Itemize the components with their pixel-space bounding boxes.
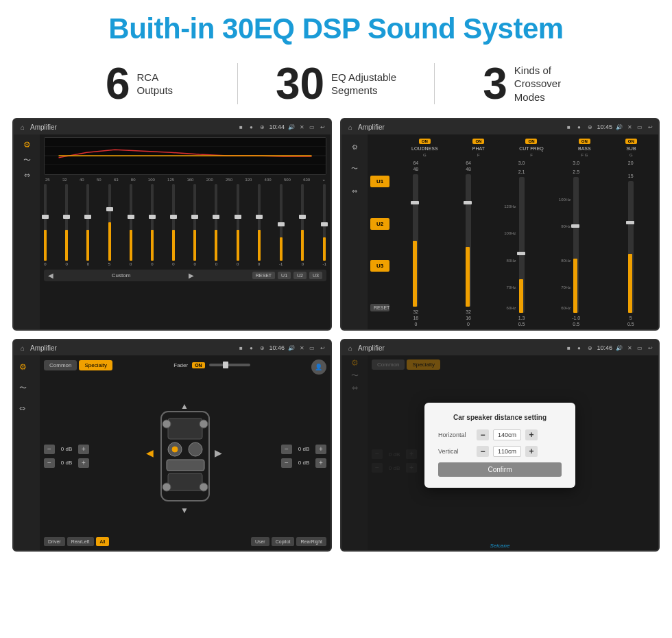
topbar-time-speaker: 10:46 [269, 344, 285, 351]
eq-slider-12[interactable]: 0 [301, 184, 304, 266]
right-top-db: − 0 dB + [281, 445, 326, 454]
vertical-minus[interactable]: − [477, 446, 489, 457]
user-btn[interactable]: User [251, 537, 269, 546]
tab-common[interactable]: Common [44, 360, 77, 370]
eq-slider-10[interactable]: 0 [258, 184, 261, 266]
right-top-plus[interactable]: + [315, 445, 326, 454]
cutfreq-slider[interactable]: 120Hz 100Hz 80Hz 70Hz 60Hz [519, 177, 525, 313]
close-icon-3: ✕ [298, 345, 306, 351]
vertical-value: 110cm [493, 446, 521, 457]
loudness-ch: 64 48 32 16 0 [413, 161, 418, 327]
eq-next-btn[interactable]: ▶ [189, 272, 194, 279]
topbar-time-crossover: 10:45 [597, 123, 612, 130]
eq-sidebar: ⚙ 〜 ⇔ [14, 134, 40, 329]
eq-slider-0[interactable]: 0 [44, 184, 47, 266]
loudness-toggle[interactable]: ON [419, 139, 431, 144]
eq-slider-9[interactable]: 0 [237, 184, 239, 266]
home-icon-4[interactable]: ⌂ [346, 343, 355, 353]
eq-preset-btns: RESET U1 U2 U3 [252, 272, 322, 279]
watermark: Seicane [490, 543, 510, 549]
u3-label-btn[interactable]: U3 [370, 260, 389, 272]
home-icon-2[interactable]: ⌂ [346, 122, 355, 132]
arr-sidebar-icon[interactable]: ⇔ [343, 181, 366, 200]
rearright-btn[interactable]: RearRight [296, 537, 326, 546]
horizontal-plus[interactable]: + [525, 429, 538, 440]
eq-slider-4[interactable]: 0 [130, 184, 132, 266]
home-icon[interactable]: ⌂ [18, 122, 27, 132]
dialog-title: Car speaker distance setting [438, 414, 562, 421]
vertical-plus[interactable]: + [525, 446, 538, 457]
stats-row: 6 RCAOutputs 30 EQ AdjustableSegments 3 … [0, 52, 672, 118]
loudness-slider[interactable] [413, 174, 418, 307]
window-icon: ▭ [308, 124, 316, 130]
dot-icon-3: ● [247, 345, 255, 351]
eq-u2-btn[interactable]: U2 [293, 272, 307, 279]
driver-btn[interactable]: Driver [44, 537, 65, 546]
avatar-btn[interactable]: 👤 [311, 359, 326, 375]
eq-slider-2[interactable]: 0 [86, 184, 89, 266]
phat-slider[interactable] [466, 174, 471, 307]
stat-eq-number: 30 [276, 62, 324, 106]
arrows-icon[interactable]: ⇔ [24, 171, 30, 180]
horizontal-minus[interactable]: − [477, 429, 489, 440]
speaker-bottom-btns: Driver RearLeft All User Copilot RearRig… [44, 537, 326, 546]
eq-slider-13[interactable]: -1 [323, 184, 326, 266]
left-bot-minus[interactable]: − [44, 458, 55, 468]
right-bot-minus[interactable]: − [281, 458, 292, 468]
freq-100: 100 [148, 178, 155, 182]
stat-rca-number: 6 [106, 62, 130, 106]
all-btn[interactable]: All [96, 537, 110, 546]
record-icon-2: ■ [564, 124, 573, 130]
home-icon-3[interactable]: ⌂ [18, 343, 27, 353]
eq-reset-btn[interactable]: RESET [252, 272, 275, 279]
svg-text:▶: ▶ [215, 447, 222, 458]
left-top-minus[interactable]: − [44, 445, 55, 454]
phat-toggle[interactable]: ON [472, 139, 484, 144]
freq-32: 32 [62, 178, 67, 182]
left-bot-plus[interactable]: + [78, 458, 89, 468]
sub-slider[interactable] [628, 181, 634, 313]
eq-sidebar-icon-2[interactable]: ⚙ [15, 358, 38, 376]
loudness-label: LOUDNESS [411, 146, 438, 151]
eq-slider-6[interactable]: 0 [172, 184, 175, 266]
eq-slider-5[interactable]: 0 [151, 184, 154, 266]
eq-sidebar-icon[interactable]: ⚙ [343, 137, 366, 156]
eq-slider-7[interactable]: 0 [193, 184, 196, 266]
crossover-reset-btn[interactable]: RESET [370, 304, 389, 311]
window-icon-3: ▭ [308, 345, 316, 351]
eq-u1-btn[interactable]: U1 [278, 272, 291, 279]
screen-speaker: ⌂ Amplifier ■ ● ⊕ 10:46 🔊 ✕ ▭ ↩ ⚙ 〜 [12, 339, 332, 552]
topbar-title-crossover: Amplifier [358, 123, 562, 131]
tab-specialty[interactable]: Specialty [79, 360, 112, 370]
rearleft-btn[interactable]: RearLeft [67, 537, 94, 546]
topbar-time-eq: 10:44 [269, 123, 285, 130]
wave-sidebar-icon-2[interactable]: 〜 [15, 379, 38, 397]
expand-icon[interactable]: » [322, 178, 324, 182]
wave-icon[interactable]: 〜 [23, 155, 31, 165]
eq-slider-3[interactable]: 5 [108, 184, 111, 266]
fader-slider[interactable] [209, 364, 250, 366]
speaker-header-row: Common Specialty Fader ON 👤 [44, 359, 326, 375]
left-top-plus[interactable]: + [78, 445, 89, 454]
eq-u3-btn[interactable]: U3 [309, 272, 322, 279]
eq-prev-btn[interactable]: ◀ [48, 272, 53, 279]
u1-label-btn[interactable]: U1 [370, 176, 389, 187]
sub-toggle[interactable]: ON [625, 139, 637, 144]
right-bot-plus[interactable]: + [315, 458, 326, 468]
u2-label-btn[interactable]: U2 [370, 218, 389, 230]
arr-sidebar-icon-2[interactable]: ⇔ [15, 400, 38, 417]
fader-toggle[interactable]: ON [192, 362, 205, 368]
bass-slider[interactable]: 100Hz 90Hz 80Hz 70Hz 60Hz [573, 177, 579, 313]
eq-slider-1[interactable]: 0 [65, 184, 68, 266]
confirm-button[interactable]: Confirm [438, 462, 562, 477]
eq-slider-8[interactable]: 0 [215, 184, 217, 266]
eq-icon[interactable]: ⚙ [23, 140, 31, 150]
bass-toggle[interactable]: ON [579, 139, 590, 144]
wave-sidebar-icon[interactable]: 〜 [343, 159, 366, 178]
dot-icon-4: ● [575, 345, 583, 351]
eq-slider-11[interactable]: -1 [279, 184, 283, 266]
copilot-btn[interactable]: Copilot [272, 537, 295, 546]
car-diagram-svg: ◀ ▶ ▲ ▼ [141, 398, 230, 515]
right-top-minus[interactable]: − [281, 445, 292, 454]
cutfreq-toggle[interactable]: ON [525, 139, 537, 144]
